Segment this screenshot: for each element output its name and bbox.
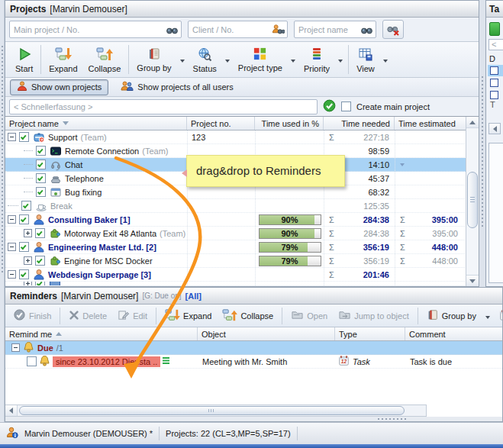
task-calendar-icon: 12 xyxy=(338,355,350,368)
scroll-down-button[interactable] xyxy=(466,275,479,286)
project-row-engineering-master[interactable]: Engineering Master Ltd. [2] 79% Σ356:19 … xyxy=(5,240,479,254)
status-dropdown[interactable] xyxy=(222,55,233,64)
project-checkbox[interactable] xyxy=(36,187,46,197)
expand-button[interactable]: Expand xyxy=(44,43,82,76)
col-remind-me[interactable]: Remind me xyxy=(5,327,198,340)
projects-vertical-scrollbar[interactable] xyxy=(466,117,479,286)
confirm-check-icon[interactable] xyxy=(323,99,336,114)
expand-expander-icon[interactable] xyxy=(24,256,32,265)
quick-entry-field[interactable] xyxy=(9,99,318,114)
status-button[interactable]: Status xyxy=(188,43,222,76)
main-project-search-field[interactable] xyxy=(9,21,182,38)
edit-button[interactable]: Edit xyxy=(113,307,152,325)
view-dropdown[interactable] xyxy=(380,55,391,64)
project-name-search-input[interactable] xyxy=(298,25,360,34)
project-row-webdesign-superpage[interactable]: Webdesign Superpage [3] Σ201:46 xyxy=(5,268,479,282)
estimate-dropdown-icon[interactable] xyxy=(400,163,405,166)
clear-search-button[interactable] xyxy=(382,20,404,39)
show-all-users-button[interactable]: Show projects of all users xyxy=(114,79,239,95)
task-quick-entry-field[interactable]: < xyxy=(488,39,503,50)
tasks-column-header[interactable]: D xyxy=(489,54,495,63)
project-checkbox[interactable] xyxy=(19,214,29,224)
task-row[interactable] xyxy=(488,89,503,101)
col-time-estimated[interactable]: Time estimated xyxy=(395,117,462,130)
scroll-left-button[interactable] xyxy=(5,405,18,416)
expand-expander-icon[interactable] xyxy=(24,229,32,237)
col-time-used[interactable]: Time used in % xyxy=(255,117,324,130)
priority-dropdown[interactable] xyxy=(335,55,346,64)
project-row-break[interactable]: Break 125:35 xyxy=(5,199,479,213)
panel-resize-handle[interactable] xyxy=(5,417,502,421)
task-checkbox[interactable] xyxy=(490,91,498,99)
reminders-group-by-button[interactable]: Group by xyxy=(422,307,481,325)
project-row-partial[interactable] xyxy=(5,282,479,286)
finish-button[interactable]: Finish xyxy=(8,307,56,325)
project-type-button[interactable]: Project type xyxy=(233,43,288,76)
project-row-support[interactable]: Support (Team) 123 Σ227:18 xyxy=(5,131,479,144)
reminders-expand-button[interactable]: Expand xyxy=(160,307,216,325)
collapse-expander-icon[interactable] xyxy=(8,270,16,279)
project-checkbox[interactable] xyxy=(35,228,45,238)
reminder-row[interactable]: since 23.10.2012 Diensta .. Meeting with… xyxy=(5,355,502,369)
client-search-input[interactable] xyxy=(192,25,272,34)
collapse-expander-icon[interactable] xyxy=(8,243,16,251)
col-project-no[interactable]: Project no. xyxy=(187,117,255,130)
project-checkbox[interactable] xyxy=(36,146,46,156)
reminders-horizontal-scrollbar[interactable] xyxy=(5,404,427,417)
collapse-button[interactable]: Collapse xyxy=(83,43,127,76)
col-object[interactable]: Object xyxy=(198,327,335,340)
reminders-group-by-dropdown[interactable] xyxy=(482,311,493,321)
reminder-checkbox[interactable] xyxy=(27,356,37,366)
project-checkbox[interactable] xyxy=(21,201,31,211)
delete-button[interactable]: Delete xyxy=(64,307,111,325)
project-row-consulting-baker[interactable]: Consulting Baker [1] 90% Σ284:38 Σ395:00 xyxy=(5,213,479,227)
quick-entry-input[interactable] xyxy=(14,102,314,111)
project-row-engine-msc[interactable]: Engine for MSC Docker 79% Σ356:19 Σ448:0… xyxy=(5,254,479,268)
project-checkbox[interactable] xyxy=(19,269,29,279)
scroll-left-button[interactable] xyxy=(488,123,501,134)
priority-button[interactable]: Priority xyxy=(298,43,335,76)
task-checkbox[interactable] xyxy=(490,79,498,87)
collapse-expander-icon[interactable] xyxy=(11,343,20,352)
due-on-button[interactable]: 12 Due on xyxy=(495,307,502,325)
client-search-field[interactable] xyxy=(188,21,288,38)
task-row[interactable] xyxy=(488,65,503,76)
show-own-projects-button[interactable]: Show own projects xyxy=(10,79,108,95)
start-button[interactable]: Start xyxy=(10,43,38,76)
collapse-expander-icon[interactable] xyxy=(8,215,16,224)
task-row[interactable] xyxy=(488,77,503,89)
jump-to-object-button[interactable]: Jump to object xyxy=(334,307,414,325)
project-checkbox[interactable] xyxy=(35,256,45,266)
project-checkbox[interactable] xyxy=(36,160,46,169)
reminder-group-row-due[interactable]: Due /1 xyxy=(5,341,502,355)
project-checkbox[interactable] xyxy=(19,242,29,252)
collapse-expander-icon[interactable] xyxy=(8,133,16,141)
project-checkbox[interactable] xyxy=(19,132,29,142)
project-checkbox[interactable] xyxy=(36,173,46,183)
project-name-search-field[interactable] xyxy=(294,21,376,38)
scrollbar-thumb[interactable] xyxy=(467,172,478,228)
panel-splitter[interactable] xyxy=(479,0,485,287)
col-project-name[interactable]: Project name xyxy=(5,117,187,130)
group-by-button[interactable]: Group by xyxy=(131,43,176,76)
puzzle-icon xyxy=(48,255,61,267)
main-project-search-input[interactable] xyxy=(14,25,166,34)
reminders-collapse-button[interactable]: Collapse xyxy=(218,307,278,325)
col-time-needed[interactable]: Time needed xyxy=(324,117,395,130)
group-by-icon xyxy=(427,309,439,323)
task-start-icon[interactable] xyxy=(489,22,500,36)
project-row-motorway-exit[interactable]: Motorway Exit 48 Atlanta (Team) 90% Σ284… xyxy=(5,227,479,240)
col-type[interactable]: Type xyxy=(335,327,405,340)
open-button[interactable]: Open xyxy=(286,307,332,325)
group-by-dropdown[interactable] xyxy=(177,55,188,64)
col-comment[interactable]: Comment xyxy=(405,327,502,340)
view-button[interactable]: View xyxy=(351,43,380,76)
jump-folder-icon xyxy=(338,309,351,322)
scroll-up-button[interactable] xyxy=(466,117,479,128)
scrollbar-thumb[interactable] xyxy=(19,406,405,415)
project-row-bug-fixing[interactable]: Bug fixing 68:32 xyxy=(5,185,479,199)
reminders-filter-label[interactable]: [All] xyxy=(185,292,202,301)
task-checkbox[interactable] xyxy=(490,66,498,75)
create-main-project-checkbox[interactable] xyxy=(341,102,351,111)
project-type-dropdown[interactable] xyxy=(288,55,298,64)
